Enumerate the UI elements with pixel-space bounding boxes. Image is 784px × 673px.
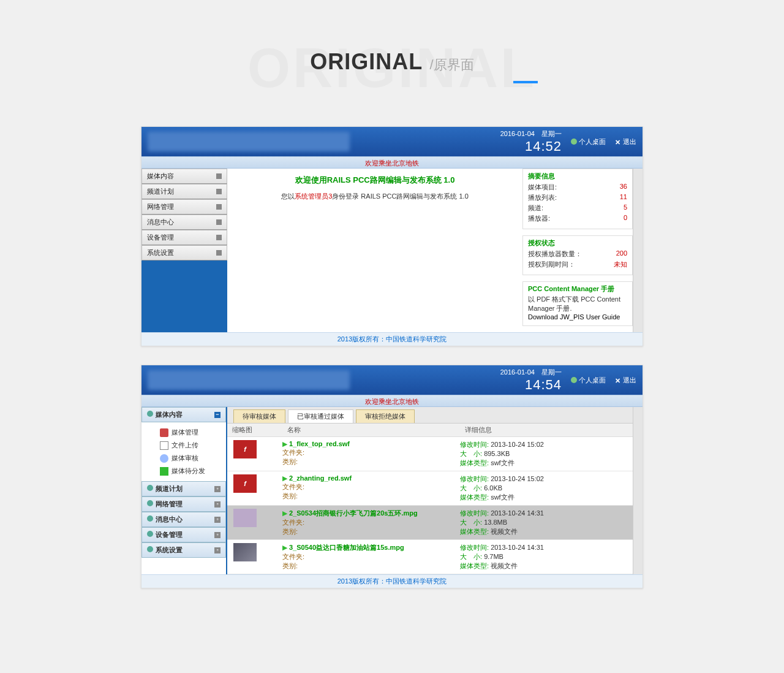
flag-icon: ▶ — [282, 474, 287, 482]
app-logo-blurred — [148, 370, 350, 390]
info-row: 授权播放器数量：200 — [528, 249, 627, 259]
manual-download-link[interactable]: Download JW_PIS User Guide — [528, 313, 620, 321]
sidebar-item[interactable]: 媒体内容 — [141, 169, 227, 184]
sidebar-item-media-content[interactable]: 媒体内容 − — [141, 407, 226, 422]
scrollbar[interactable] — [633, 169, 643, 332]
media-row[interactable]: f▶1_flex_top_red.swf文件夹:类别:修改时间: 2013-10… — [227, 437, 633, 471]
sidebar-item[interactable]: 频道计划▫ — [141, 481, 226, 496]
footer-copyright: 2013版权所有：中国铁道科学研究院 — [141, 332, 643, 346]
thumbnail — [233, 509, 257, 527]
sidebar-item[interactable]: 系统设置 — [141, 245, 227, 260]
sidebar-sub-item[interactable]: 媒体待分发 — [160, 465, 226, 477]
expand-icon — [216, 189, 222, 194]
sidebar-item[interactable]: 频道计划 — [141, 184, 227, 199]
info-row: 播放器:0 — [528, 213, 627, 224]
bullet-icon — [147, 411, 153, 417]
menu-icon — [160, 454, 168, 463]
sidebar: 媒体内容 − 媒体管理文件上传媒体审核媒体待分发 频道计划▫网络管理▫消息中心▫… — [141, 407, 227, 574]
media-info-cell: 修改时间: 2013-10-24 15:02大 小: 6.0KB媒体类型: sw… — [460, 474, 633, 502]
user-icon — [571, 377, 577, 383]
bullet-icon — [147, 546, 153, 552]
sidebar-item[interactable]: 网络管理 — [141, 199, 227, 215]
expand-icon[interactable]: ▫ — [214, 547, 221, 553]
collapse-icon[interactable]: − — [214, 412, 221, 418]
close-icon: ✕ — [615, 377, 621, 383]
welcome-role: 系统管理员3 — [295, 192, 332, 200]
app-header: 2016-01-04 星期一 14:52 个人桌面 ✕退出 — [141, 127, 643, 156]
expand-icon[interactable]: ▫ — [214, 532, 221, 538]
marquee-banner: 欢迎乘坐北京地铁 — [141, 156, 643, 169]
app-window-1: 2016-01-04 星期一 14:52 个人桌面 ✕退出 欢迎乘坐北京地铁 媒… — [141, 126, 643, 346]
flag-icon: ▶ — [282, 509, 287, 517]
sidebar-sub-item[interactable]: 文件上传 — [160, 439, 226, 452]
col-name: 名称 — [282, 424, 460, 436]
sidebar-sub-item[interactable]: 媒体审核 — [160, 452, 226, 465]
media-info-cell: 修改时间: 2013-10-24 15:02大 小: 895.3KB媒体类型: … — [460, 440, 633, 468]
media-row[interactable]: f▶2_zhanting_red.swf文件夹:类别:修改时间: 2013-10… — [227, 471, 633, 506]
info-row: 媒体项目:36 — [528, 182, 627, 192]
header-datetime: 2016-01-04 星期一 14:54 — [500, 368, 562, 393]
sidebar-sub-item[interactable]: 媒体管理 — [160, 426, 226, 439]
manual-title: PCC Content Manager 手册 — [528, 284, 627, 295]
col-thumb: 缩略图 — [227, 424, 282, 436]
sidebar-item[interactable]: 消息中心 — [141, 215, 227, 230]
header-datetime: 2016-01-04 星期一 14:52 — [500, 129, 562, 154]
sidebar-item[interactable]: 设备管理▫ — [141, 527, 226, 542]
expand-icon — [216, 173, 222, 179]
user-icon — [571, 139, 577, 145]
manual-desc: 以 PDF 格式下载 PCC Content Manager 手册. — [528, 295, 627, 313]
footer-copyright: 2013版权所有：中国铁道科学研究院 — [141, 574, 643, 588]
menu-icon — [160, 441, 168, 450]
info-row: 频道:5 — [528, 203, 627, 213]
personal-desktop-link[interactable]: 个人桌面 — [571, 376, 606, 385]
media-name-cell: ▶2_zhanting_red.swf文件夹:类别: — [282, 474, 460, 502]
bullet-icon — [147, 485, 153, 491]
scrollbar[interactable] — [633, 407, 643, 574]
sidebar-item[interactable]: 设备管理 — [141, 230, 227, 245]
menu-icon — [160, 428, 168, 437]
col-info: 详细信息 — [460, 424, 633, 436]
sidebar-item[interactable]: 网络管理▫ — [141, 496, 226, 512]
info-row: 授权到期时间：未知 — [528, 259, 627, 270]
summary-title: 摘要信息 — [528, 172, 627, 182]
tab-bar: 待审核媒体已审核通过媒体审核拒绝媒体 — [227, 407, 633, 424]
expand-icon[interactable]: ▫ — [214, 486, 221, 492]
media-name-cell: ▶3_S0540益达口香糖加油站篇15s.mpg文件夹:类别: — [282, 543, 460, 571]
media-name-cell: ▶2_S0534招商银行小李飞刀篇20s五环.mpg文件夹:类别: — [282, 509, 460, 536]
expand-icon[interactable]: ▫ — [214, 517, 221, 523]
personal-desktop-link[interactable]: 个人桌面 — [571, 137, 606, 146]
header-time: 14:54 — [500, 377, 562, 393]
bullet-icon — [147, 531, 153, 537]
media-row[interactable]: ▶2_S0534招商银行小李飞刀篇20s五环.mpg文件夹:类别:修改时间: 2… — [227, 506, 633, 540]
expand-icon — [216, 235, 222, 240]
bullet-icon — [147, 500, 153, 506]
auth-title: 授权状态 — [528, 238, 627, 249]
column-headers: 缩略图 名称 详细信息 — [227, 424, 633, 437]
bullet-icon — [147, 515, 153, 522]
auth-box: 授权状态 授权播放器数量：200授权到期时间：未知 — [522, 235, 633, 275]
thumbnail — [233, 543, 257, 561]
hero-banner: ORIGINAL ORIGINAL /原界面 — [0, 0, 784, 108]
welcome-message: 您以系统管理员3身份登录 RAILS PCC路网编辑与发布系统 1.0 — [233, 192, 516, 201]
close-icon: ✕ — [615, 139, 621, 145]
thumbnail: f — [233, 474, 257, 493]
media-row[interactable]: ▶3_S0540益达口香糖加油站篇15s.mpg文件夹:类别:修改时间: 201… — [227, 540, 633, 574]
menu-icon — [160, 467, 168, 476]
tab[interactable]: 已审核通过媒体 — [288, 409, 353, 423]
media-info-cell: 修改时间: 2013-10-24 14:31大 小: 13.8MB媒体类型: 视… — [460, 509, 633, 536]
welcome-title: 欢迎使用RAILS PCC路网编辑与发布系统 1.0 — [233, 172, 516, 192]
sidebar-item[interactable]: 系统设置▫ — [141, 542, 226, 558]
thumbnail: f — [233, 440, 257, 458]
expand-icon[interactable]: ▫ — [214, 501, 221, 508]
marquee-banner: 欢迎乘坐北京地铁 — [141, 395, 643, 407]
hero-subtitle: /原界面 — [430, 57, 474, 72]
manual-box: PCC Content Manager 手册 以 PDF 格式下载 PCC Co… — [522, 281, 633, 326]
media-name-cell: ▶1_flex_top_red.swf文件夹:类别: — [282, 440, 460, 468]
exit-link[interactable]: ✕退出 — [615, 376, 636, 385]
tab[interactable]: 待审核媒体 — [233, 409, 285, 423]
sidebar: 媒体内容频道计划网络管理消息中心设备管理系统设置 — [141, 169, 227, 332]
sidebar-item[interactable]: 消息中心▫ — [141, 512, 226, 527]
exit-link[interactable]: ✕退出 — [615, 137, 636, 146]
tab[interactable]: 审核拒绝媒体 — [356, 409, 415, 423]
expand-icon — [216, 219, 222, 225]
